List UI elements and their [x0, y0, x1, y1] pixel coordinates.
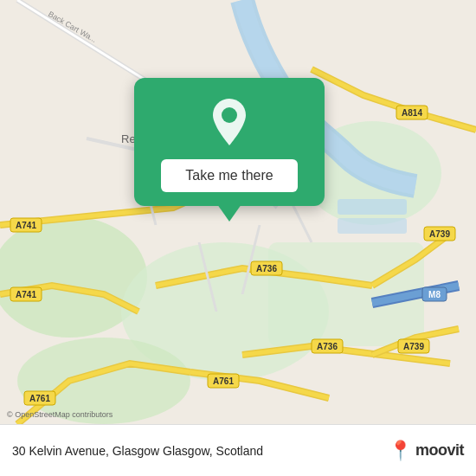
- popup-tail: [217, 204, 241, 222]
- svg-text:A741: A741: [16, 290, 36, 299]
- svg-text:A741: A741: [16, 221, 36, 230]
- svg-text:M8: M8: [428, 290, 441, 299]
- take-me-there-button[interactable]: Take me there: [161, 159, 297, 192]
- svg-point-31: [222, 107, 237, 123]
- svg-text:A736: A736: [317, 342, 338, 351]
- svg-rect-6: [338, 199, 407, 215]
- bottom-bar: 30 Kelvin Avenue, Glasgow Glasgow, Scotl…: [0, 424, 476, 476]
- map-container[interactable]: Renfrew A741 A741 A761 A761 A736 A736 A7…: [0, 0, 476, 424]
- svg-text:© OpenStreetMap contributors: © OpenStreetMap contributors: [7, 410, 113, 419]
- svg-text:A761: A761: [29, 394, 50, 403]
- svg-rect-7: [338, 218, 407, 234]
- svg-text:A739: A739: [403, 342, 424, 351]
- address-text: 30 Kelvin Avenue, Glasgow Glasgow, Scotl…: [12, 444, 263, 458]
- moovit-pin-icon: 📍: [389, 440, 412, 462]
- svg-text:A739: A739: [429, 229, 450, 239]
- svg-text:A761: A761: [213, 376, 234, 386]
- popup-card: Take me there: [134, 78, 325, 206]
- moovit-logo: 📍 moovit: [389, 440, 464, 462]
- svg-text:A814: A814: [402, 108, 422, 118]
- moovit-logo-text: moovit: [415, 441, 464, 460]
- svg-text:A736: A736: [256, 264, 277, 273]
- location-pin-icon: [209, 97, 250, 147]
